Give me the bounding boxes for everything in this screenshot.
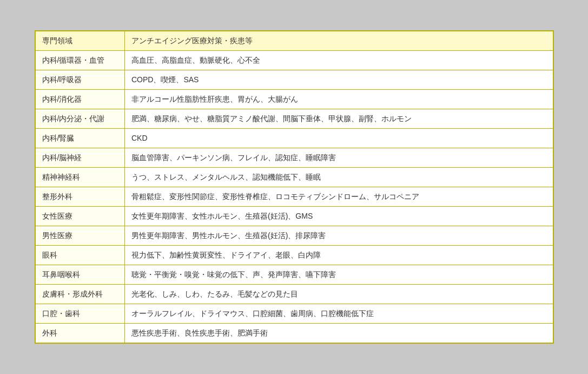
specialty-label: 内科/内分泌・代謝 xyxy=(36,109,125,129)
table-row: 眼科視力低下、加齢性黄斑変性、ドライアイ、老眼、白内障 xyxy=(36,246,553,265)
specialty-label: 女性医療 xyxy=(36,207,125,226)
specialty-value: 視力低下、加齢性黄斑変性、ドライアイ、老眼、白内障 xyxy=(125,246,553,265)
specialty-label: 精神神経科 xyxy=(36,168,125,187)
table-row: 耳鼻咽喉科聴覚・平衡覚・嗅覚・味覚の低下、声、発声障害、嚥下障害 xyxy=(36,265,553,285)
table-row: 精神神経科うつ、ストレス、メンタルヘルス、認知機能低下、睡眠 xyxy=(36,168,553,187)
specialty-label: 外科 xyxy=(36,324,125,343)
table-row: 専門領域アンチエイジング医療対策・疾患等 xyxy=(36,31,553,51)
specialty-label: 整形外科 xyxy=(36,187,125,207)
specialty-label: 専門領域 xyxy=(36,31,125,51)
specialty-value: アンチエイジング医療対策・疾患等 xyxy=(125,31,553,51)
specialty-value: 聴覚・平衡覚・嗅覚・味覚の低下、声、発声障害、嚥下障害 xyxy=(125,265,553,285)
specialty-value: COPD、喫煙、SAS xyxy=(125,70,553,90)
specialty-label: 皮膚科・形成外科 xyxy=(36,285,125,304)
specialty-label: 眼科 xyxy=(36,246,125,265)
table-row: 内科/消化器非アルコール性脂肪性肝疾患、胃がん、大腸がん xyxy=(36,90,553,109)
specialty-value: CKD xyxy=(125,129,553,148)
specialty-value: 肥満、糖尿病、やせ、糖脂質アミノ酸代謝、間脳下垂体、甲状腺、副腎、ホルモン xyxy=(125,109,553,129)
specialty-value: 非アルコール性脂肪性肝疾患、胃がん、大腸がん xyxy=(125,90,553,109)
specialty-value: 女性更年期障害、女性ホルモン、生殖器(妊活)、GMS xyxy=(125,207,553,226)
table-row: 女性医療女性更年期障害、女性ホルモン、生殖器(妊活)、GMS xyxy=(36,207,553,226)
table-row: 内科/内分泌・代謝肥満、糖尿病、やせ、糖脂質アミノ酸代謝、間脳下垂体、甲状腺、副… xyxy=(36,109,553,129)
specialty-label: 内科/循環器・血管 xyxy=(36,51,125,70)
specialty-table: 専門領域アンチエイジング医療対策・疾患等内科/循環器・血管高血圧、高脂血症、動脈… xyxy=(35,30,554,344)
specialty-value: 骨粗鬆症、変形性関節症、変形性脊椎症、ロコモティブシンドローム、サルコペニア xyxy=(125,187,553,207)
table-row: 内科/脳神経脳血管障害、パーキンソン病、フレイル、認知症、睡眠障害 xyxy=(36,148,553,168)
specialty-value: うつ、ストレス、メンタルヘルス、認知機能低下、睡眠 xyxy=(125,168,553,187)
specialty-label: 内科/消化器 xyxy=(36,90,125,109)
specialty-value: 悪性疾患手術、良性疾患手術、肥満手術 xyxy=(125,324,553,343)
specialty-value: 男性更年期障害、男性ホルモン、生殖器(妊活)、排尿障害 xyxy=(125,226,553,246)
table-row: 内科/呼吸器COPD、喫煙、SAS xyxy=(36,70,553,90)
table-row: 内科/腎臓CKD xyxy=(36,129,553,148)
specialty-value: オーラルフレイル、ドライマウス、口腔細菌、歯周病、口腔機能低下症 xyxy=(125,304,553,324)
specialty-label: 男性医療 xyxy=(36,226,125,246)
specialty-label: 内科/脳神経 xyxy=(36,148,125,168)
table-row: 内科/循環器・血管高血圧、高脂血症、動脈硬化、心不全 xyxy=(36,51,553,70)
table-row: 皮膚科・形成外科光老化、しみ、しわ、たるみ、毛髪などの見た目 xyxy=(36,285,553,304)
table-row: 外科悪性疾患手術、良性疾患手術、肥満手術 xyxy=(36,324,553,343)
specialty-label: 口腔・歯科 xyxy=(36,304,125,324)
specialty-label: 内科/腎臓 xyxy=(36,129,125,148)
table-row: 男性医療男性更年期障害、男性ホルモン、生殖器(妊活)、排尿障害 xyxy=(36,226,553,246)
specialty-label: 内科/呼吸器 xyxy=(36,70,125,90)
specialty-value: 高血圧、高脂血症、動脈硬化、心不全 xyxy=(125,51,553,70)
specialty-value: 光老化、しみ、しわ、たるみ、毛髪などの見た目 xyxy=(125,285,553,304)
table-row: 整形外科骨粗鬆症、変形性関節症、変形性脊椎症、ロコモティブシンドローム、サルコペ… xyxy=(36,187,553,207)
table-row: 口腔・歯科オーラルフレイル、ドライマウス、口腔細菌、歯周病、口腔機能低下症 xyxy=(36,304,553,324)
specialty-value: 脳血管障害、パーキンソン病、フレイル、認知症、睡眠障害 xyxy=(125,148,553,168)
specialty-label: 耳鼻咽喉科 xyxy=(36,265,125,285)
